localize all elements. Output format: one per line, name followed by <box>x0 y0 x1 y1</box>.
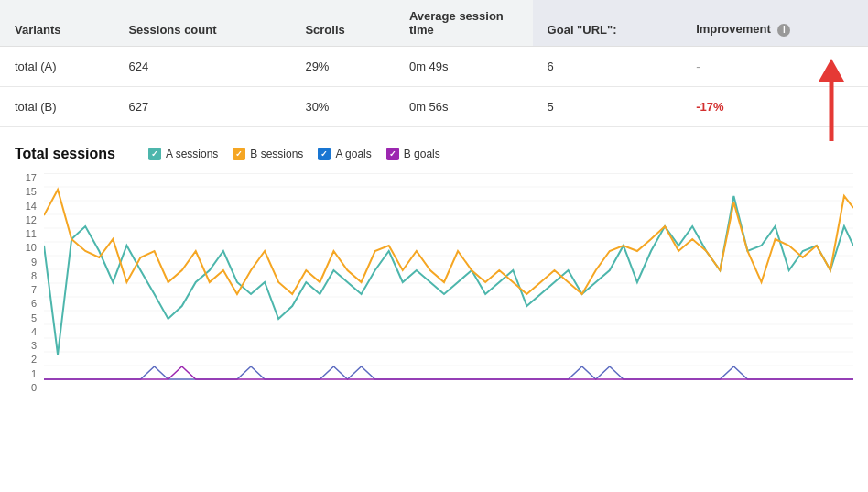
cell-goal-a: 6 <box>533 47 682 87</box>
chart-title: Total sessions <box>15 146 115 162</box>
a-goals-line <box>44 366 853 379</box>
legend-b-goals: ✓ B goals <box>386 148 440 160</box>
legend-b-goals-label: B goals <box>404 148 440 160</box>
cell-avg-time-b: 0m 56s <box>395 87 533 127</box>
table-row: total (B) 627 30% 0m 56s 5 -17% <box>0 87 868 127</box>
chart-area: 17 15 14 12 11 10 9 8 7 6 5 4 3 2 1 0 <box>15 173 853 411</box>
cell-variant-a: total (A) <box>0 47 114 87</box>
legend-b-sessions-label: B sessions <box>250 148 303 160</box>
cell-variant-b: total (B) <box>0 87 114 127</box>
col-improvement: Improvement i <box>681 0 868 47</box>
cell-improvement-a: - <box>681 47 868 87</box>
legend-b-sessions-icon: ✓ <box>233 148 245 160</box>
legend-a-sessions-label: A sessions <box>166 148 218 160</box>
chart-header: Total sessions ✓ A sessions ✓ B sessions… <box>15 146 853 162</box>
info-icon: i <box>777 24 790 37</box>
y-axis: 17 15 14 12 11 10 9 8 7 6 5 4 3 2 1 0 <box>15 173 40 393</box>
legend-b-goals-icon: ✓ <box>386 148 399 160</box>
col-sessions-count: Sessions count <box>114 0 290 47</box>
legend-a-goals-label: A goals <box>335 148 371 160</box>
table-row: total (A) 624 29% 0m 49s 6 - <box>0 47 868 87</box>
legend-a-goals-icon: ✓ <box>318 148 331 160</box>
legend-b-sessions: ✓ B sessions <box>233 148 303 160</box>
legend-a-goals: ✓ A goals <box>318 148 371 160</box>
results-table: Variants Sessions count Scrolls Average … <box>0 0 868 127</box>
cell-sessions-b: 627 <box>114 87 290 127</box>
cell-avg-time-a: 0m 49s <box>395 47 533 87</box>
cell-scrolls-a: 29% <box>290 47 395 87</box>
cell-scrolls-b: 30% <box>290 87 395 127</box>
col-scrolls: Scrolls <box>290 0 395 47</box>
chart-legend: ✓ A sessions ✓ B sessions ✓ A goals ✓ <box>148 148 440 160</box>
col-goal: Goal "URL": <box>533 0 682 47</box>
legend-a-sessions: ✓ A sessions <box>148 148 218 160</box>
legend-a-sessions-icon: ✓ <box>148 148 161 160</box>
cell-improvement-b: -17% <box>681 87 868 127</box>
cell-sessions-a: 624 <box>114 47 290 87</box>
chart-inner <box>44 173 853 393</box>
col-variants: Variants <box>0 0 114 47</box>
chart-section: Total sessions ✓ A sessions ✓ B sessions… <box>0 127 868 421</box>
col-avg-session-time: Average session time <box>395 0 533 47</box>
line-chart-svg <box>44 173 853 393</box>
cell-goal-b: 5 <box>533 87 682 127</box>
